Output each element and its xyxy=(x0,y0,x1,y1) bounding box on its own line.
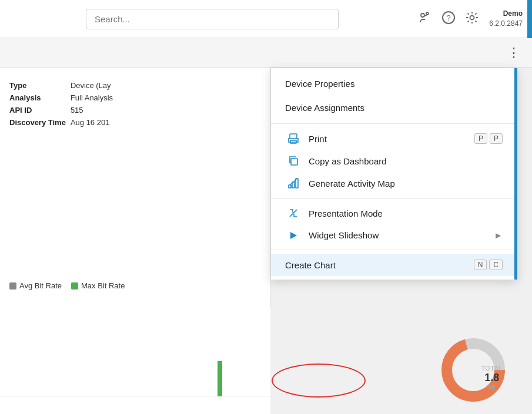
device-info-row: AnalysisFull Analysis xyxy=(9,92,118,104)
slideshow-arrow: ► xyxy=(494,230,503,240)
menu-item-widget-slideshow[interactable]: Widget Slideshow ► xyxy=(271,224,517,246)
donut-area: TOTAL 1.8 kB xyxy=(414,326,532,414)
print-shortcut-2: P xyxy=(490,133,503,144)
create-chart-label: Create Chart xyxy=(285,260,474,270)
main-content: TypeDevice (LayAnalysisFull AnalysisAPI … xyxy=(0,68,532,414)
activity-map-icon xyxy=(285,178,302,189)
legend-color-avg xyxy=(9,282,16,290)
copy-dashboard-icon xyxy=(285,156,302,166)
presentation-label: Presentation Mode xyxy=(309,208,503,218)
device-info-row: Discovery TimeAug 16 201 xyxy=(9,116,118,129)
device-field-label: API ID xyxy=(9,104,71,116)
chart-baseline xyxy=(0,396,270,396)
device-field-value: Aug 16 201 xyxy=(71,116,118,129)
device-info: TypeDevice (LayAnalysisFull AnalysisAPI … xyxy=(9,79,260,129)
help-icon[interactable]: ? xyxy=(442,11,455,27)
svg-rect-8 xyxy=(290,134,297,139)
device-field-label: Analysis xyxy=(9,92,71,104)
create-chart-shortcut-n: N xyxy=(474,260,487,270)
username: Demo xyxy=(489,9,523,19)
device-info-row: TypeDevice (Lay xyxy=(9,79,118,92)
device-properties-label: Device Properties xyxy=(285,79,354,89)
legend-label-max: Max Bit Rate xyxy=(81,281,125,290)
menu-item-copy-dashboard[interactable]: Copy as Dashboard xyxy=(271,150,517,172)
header-icons: ? Demo 6.2.0.2847 xyxy=(417,9,523,29)
print-label: Print xyxy=(309,134,474,144)
svg-text:?: ? xyxy=(447,14,451,22)
settings-icon[interactable] xyxy=(466,11,479,27)
dropdown-menu: Device Properties Device Assignments Pri… xyxy=(270,68,517,280)
legend-max-bit-rate: Max Bit Rate xyxy=(71,281,125,290)
print-shortcut-1: P xyxy=(474,133,487,144)
create-chart-shortcuts: N C xyxy=(474,260,503,270)
menu-item-print[interactable]: Print P P xyxy=(271,127,517,150)
create-chart-shortcut-c: C xyxy=(489,260,503,270)
menu-item-presentation[interactable]: Presentation Mode xyxy=(271,202,517,224)
device-field-value: Device (Lay xyxy=(71,79,118,92)
svg-point-1 xyxy=(426,12,429,15)
legend-avg-bit-rate: Avg Bit Rate xyxy=(9,281,62,290)
svg-point-5 xyxy=(470,15,474,19)
connect-icon[interactable] xyxy=(417,11,431,28)
device-field-value: 515 xyxy=(71,104,118,116)
chart-area xyxy=(0,308,270,414)
donut-total-value: 1.8 xyxy=(481,372,503,384)
header-right-accent xyxy=(527,0,532,38)
version: 6.2.0.2847 xyxy=(489,19,523,29)
device-field-value: Full Analysis xyxy=(71,92,118,104)
menu-section-create: Create Chart N C xyxy=(271,250,517,280)
svg-line-2 xyxy=(423,15,427,17)
presentation-icon xyxy=(285,208,302,218)
more-options-button[interactable]: ⋮ xyxy=(503,43,525,63)
header: ? Demo 6.2.0.2847 xyxy=(0,0,532,38)
left-panel: TypeDevice (LayAnalysisFull AnalysisAPI … xyxy=(0,68,270,414)
search-bar[interactable] xyxy=(86,9,339,29)
slideshow-icon xyxy=(285,231,302,240)
print-shortcuts: P P xyxy=(474,133,503,144)
donut-unit: kB xyxy=(481,384,503,391)
legend-area: Avg Bit Rate Max Bit Rate xyxy=(9,281,260,290)
svg-rect-11 xyxy=(289,185,291,188)
donut-label: TOTAL 1.8 kB xyxy=(481,365,503,391)
svg-rect-10 xyxy=(291,159,297,165)
menu-item-create-chart[interactable]: Create Chart N C xyxy=(271,254,517,276)
device-field-label: Type xyxy=(9,79,71,92)
menu-item-device-properties[interactable]: Device Properties xyxy=(271,72,517,96)
widget-slideshow-label: Widget Slideshow xyxy=(309,230,494,240)
menu-item-device-assignments[interactable]: Device Assignments xyxy=(271,96,517,120)
menu-section-actions: Print P P Copy as Dashboard xyxy=(271,124,517,198)
copy-dashboard-label: Copy as Dashboard xyxy=(309,156,503,166)
svg-marker-16 xyxy=(290,232,297,239)
generate-activity-label: Generate Activity Map xyxy=(309,179,503,189)
svg-line-14 xyxy=(290,182,293,185)
menu-section-view: Presentation Mode Widget Slideshow ► xyxy=(271,198,517,250)
chart-bar-max xyxy=(218,361,222,396)
donut-total-label: TOTAL xyxy=(481,365,503,372)
print-icon xyxy=(285,133,302,144)
device-field-label: Discovery Time xyxy=(9,116,71,129)
subheader: ⋮ xyxy=(0,38,532,68)
device-assignments-label: Device Assignments xyxy=(285,103,364,113)
menu-section-device: Device Properties Device Assignments xyxy=(271,68,517,124)
legend-label-avg: Avg Bit Rate xyxy=(19,281,62,290)
user-info: Demo 6.2.0.2847 xyxy=(489,9,523,29)
dropdown-blue-border xyxy=(514,68,517,280)
svg-line-15 xyxy=(293,179,297,182)
menu-item-generate-activity[interactable]: Generate Activity Map xyxy=(271,172,517,194)
legend-color-max xyxy=(71,282,78,290)
device-info-row: API ID515 xyxy=(9,104,118,116)
search-input[interactable] xyxy=(86,9,339,29)
